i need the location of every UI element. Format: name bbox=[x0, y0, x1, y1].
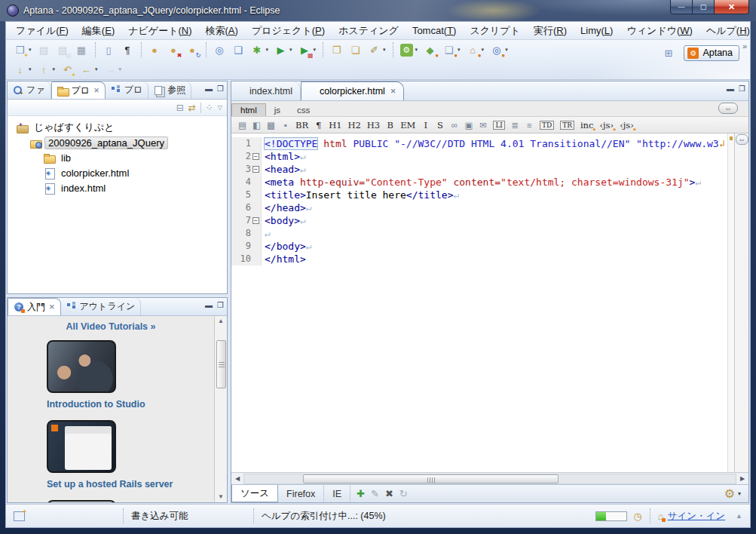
hscroll-thumb[interactable] bbox=[303, 474, 559, 483]
back-dropdown-icon[interactable]: ▾ bbox=[95, 66, 98, 72]
add-browser-icon[interactable]: ✚ bbox=[357, 488, 365, 499]
next-annotation-button[interactable]: ↓▾ bbox=[11, 61, 34, 78]
my-aptana-home-icon[interactable]: ⌂ bbox=[658, 511, 664, 522]
menu-help[interactable]: ヘルプ(H) bbox=[699, 22, 756, 40]
tree-item-20090926_aptana_JQuery[interactable]: 20090926_aptana_JQuery bbox=[8, 135, 227, 150]
menu-window[interactable]: ウィンドウ(W) bbox=[620, 22, 699, 40]
panel-maximize-icon[interactable]: ❒ bbox=[739, 84, 745, 93]
video-thumbnail[interactable] bbox=[47, 340, 116, 393]
edit-browser-icon[interactable]: ✎ bbox=[371, 488, 379, 499]
ordered-list-button[interactable]: ≣ bbox=[509, 118, 522, 132]
menu-project[interactable]: プロジェクト(P) bbox=[245, 22, 332, 40]
lang-tab-css[interactable]: css bbox=[289, 104, 318, 116]
menu-search[interactable]: 検索(A) bbox=[199, 22, 245, 40]
web-page-button[interactable]: ❑ bbox=[230, 41, 247, 58]
panel-maximize-icon[interactable]: ❒ bbox=[217, 301, 224, 309]
debug-dropdown-icon[interactable]: ▾ bbox=[266, 47, 269, 53]
filter-icon[interactable]: ⁘ bbox=[206, 103, 213, 113]
all-video-tutorials-link[interactable]: All Video Tutorials » bbox=[8, 316, 214, 339]
tree-item-colorpicker.html[interactable]: colorpicker.html bbox=[8, 165, 227, 180]
new-wizard-dropdown-icon[interactable]: ▾ bbox=[29, 47, 32, 53]
tr-button[interactable]: TR bbox=[558, 118, 577, 132]
refresh-browser-icon[interactable]: ↻ bbox=[399, 488, 408, 499]
web-browser-button[interactable]: ◎ bbox=[211, 41, 228, 58]
menu-edit[interactable]: 編集(E) bbox=[75, 22, 121, 40]
hscroll-track[interactable] bbox=[243, 474, 736, 484]
debug-button[interactable]: ✱▾ bbox=[249, 41, 271, 58]
lang-tab-js[interactable]: js bbox=[266, 104, 289, 116]
tomcat-start-button[interactable]: ● bbox=[146, 41, 164, 58]
email-button[interactable]: ✉ bbox=[476, 118, 489, 132]
shade-dark-button[interactable]: ▩ bbox=[265, 118, 277, 132]
tomcat-restart-button[interactable]: ●↻ bbox=[184, 41, 201, 58]
print-button[interactable]: ▦ bbox=[73, 41, 90, 58]
menu-file[interactable]: ファイル(F) bbox=[9, 22, 75, 40]
code-editor[interactable]: 1<!DOCTYPE html PUBLIC "-//W3C//DTD HTML… bbox=[231, 134, 727, 472]
td-button[interactable]: TD bbox=[537, 118, 556, 132]
preview-tab-firefox[interactable]: Firefox bbox=[278, 485, 324, 502]
h2-button[interactable]: H2 bbox=[345, 118, 363, 132]
previous-annotation-dropdown-icon[interactable]: ▾ bbox=[53, 66, 56, 72]
close-button[interactable]: ✕ bbox=[715, 0, 749, 14]
tree-item-lib[interactable]: lib bbox=[8, 150, 227, 165]
video-thumbnail[interactable] bbox=[47, 500, 116, 502]
tab-project-view-2[interactable]: プロ bbox=[106, 81, 149, 99]
menu-hosting[interactable]: ホスティング bbox=[332, 22, 406, 40]
js-star-button[interactable]: ‹js› bbox=[597, 118, 616, 132]
tab-tab-colorpicker-html[interactable]: colorpicker.html✕ bbox=[301, 81, 404, 100]
aptana-gears-button[interactable]: ⚙▾ bbox=[398, 41, 421, 58]
fold-marker-icon[interactable]: − bbox=[253, 166, 259, 173]
image-button[interactable]: ▣ bbox=[462, 118, 475, 132]
sign-in-link[interactable]: サイン・イン bbox=[668, 510, 725, 523]
open-folder-button[interactable]: ❏ bbox=[347, 41, 364, 58]
run-dropdown-icon[interactable]: ▾ bbox=[289, 47, 292, 53]
menu-script[interactable]: スクリプト bbox=[463, 22, 527, 40]
run-button[interactable]: ▶▾ bbox=[272, 41, 295, 58]
tab-references-view[interactable]: 参照 bbox=[148, 81, 191, 99]
tab-outline[interactable]: アウトライン bbox=[61, 298, 142, 315]
show-ruler-button[interactable]: ▯ bbox=[100, 41, 118, 58]
collapse-all-icon[interactable]: ⊟ bbox=[176, 103, 184, 113]
maximize-button[interactable]: ▢ bbox=[693, 0, 715, 14]
previous-annotation-button[interactable]: ↑▾ bbox=[35, 61, 58, 78]
menu-run[interactable]: 実行(R) bbox=[527, 22, 574, 40]
li-button[interactable]: LI bbox=[491, 118, 507, 132]
paragraph-button[interactable]: ¶ bbox=[312, 118, 325, 132]
windows-stack-dropdown-icon[interactable]: ▾ bbox=[458, 47, 461, 53]
home-dropdown-icon[interactable]: ▾ bbox=[482, 47, 485, 53]
link-with-editor-icon[interactable]: ⇄ bbox=[188, 103, 196, 113]
menu-navigate[interactable]: ナビゲート(N) bbox=[121, 22, 198, 40]
tab-tab-index-html[interactable]: index.html bbox=[231, 81, 301, 100]
tray-expand-icon[interactable]: ▲ bbox=[736, 512, 742, 520]
scroll-up-icon[interactable]: ▲ bbox=[218, 316, 224, 327]
layout-frame-button[interactable]: ◧ bbox=[250, 118, 263, 132]
video-thumbnail[interactable] bbox=[47, 420, 116, 473]
globe-button[interactable]: ◎●▾ bbox=[488, 41, 510, 58]
fast-view-icon[interactable] bbox=[14, 511, 25, 521]
preview-menu[interactable]: ⚙▾ bbox=[724, 486, 741, 501]
tab-close-icon[interactable]: ✕ bbox=[390, 87, 396, 95]
title-bar[interactable]: Aptana - 20090926_aptana_JQuery/colorpic… bbox=[0, 0, 756, 21]
layout-table-button[interactable]: ▤ bbox=[236, 118, 249, 132]
br-button[interactable]: BR bbox=[293, 118, 311, 132]
preview-menu-dropdown-icon[interactable]: ▾ bbox=[738, 490, 741, 497]
editor-horizontal-scrollbar[interactable]: ◀ ▶ bbox=[231, 472, 748, 484]
external-tools-button[interactable]: ▶▦▾ bbox=[296, 41, 319, 58]
aptana-gears-dropdown-icon[interactable]: ▾ bbox=[415, 47, 418, 53]
fold-marker-icon[interactable]: − bbox=[253, 217, 259, 224]
menu-limy[interactable]: Limy(L) bbox=[574, 23, 620, 38]
scroll-left-icon[interactable]: ◀ bbox=[231, 475, 243, 482]
forward-dropdown-icon[interactable]: ▾ bbox=[119, 66, 122, 72]
delete-browser-icon[interactable]: ✖ bbox=[385, 488, 393, 499]
tab-getting-started[interactable]: 入門✕ bbox=[8, 298, 61, 315]
panel-maximize-icon[interactable]: ❒ bbox=[217, 84, 224, 93]
inc-button[interactable]: inc bbox=[578, 118, 596, 132]
italic-button[interactable]: I bbox=[419, 118, 432, 132]
video-title-link[interactable]: Set up a hosted Rails server bbox=[47, 479, 214, 490]
tutorials-scrollbar-thumb[interactable] bbox=[216, 340, 226, 388]
highlighter-dropdown-icon[interactable]: ▾ bbox=[383, 47, 386, 53]
word-wrap-toggle[interactable]: ⇔ bbox=[718, 103, 738, 114]
video-title-link[interactable]: Introduction to Studio bbox=[47, 399, 214, 410]
scroll-down-icon[interactable]: ▼ bbox=[218, 492, 224, 502]
unordered-list-button[interactable]: ≡ bbox=[523, 118, 536, 132]
